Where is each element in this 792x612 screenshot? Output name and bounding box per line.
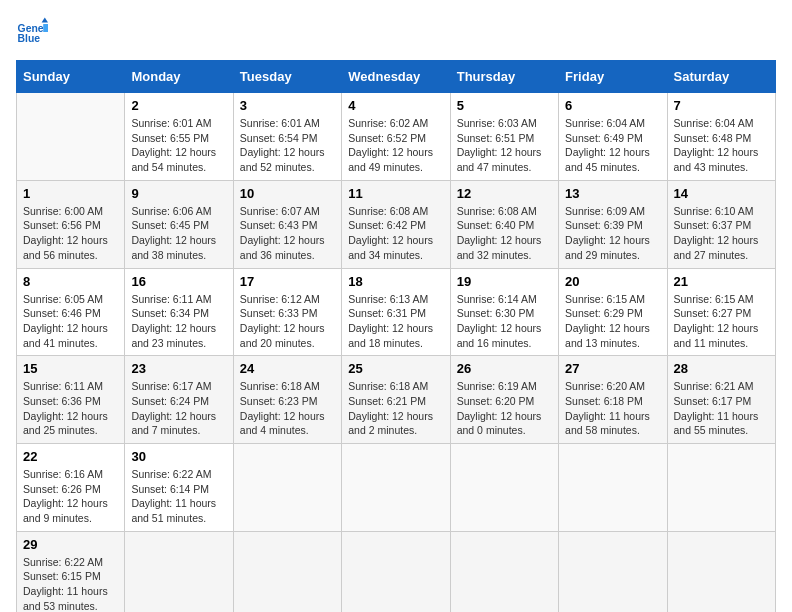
calendar-cell: 15 Sunrise: 6:11 AM Sunset: 6:36 PM Dayl… <box>17 356 125 444</box>
weekday-header-wednesday: Wednesday <box>342 61 450 93</box>
day-info: Sunrise: 6:02 AM Sunset: 6:52 PM Dayligh… <box>348 116 443 175</box>
calendar-week-4: 15 Sunrise: 6:11 AM Sunset: 6:36 PM Dayl… <box>17 356 776 444</box>
calendar-cell: 20 Sunrise: 6:15 AM Sunset: 6:29 PM Dayl… <box>559 268 667 356</box>
day-info: Sunrise: 6:13 AM Sunset: 6:31 PM Dayligh… <box>348 292 443 351</box>
day-number: 15 <box>23 361 118 376</box>
day-info: Sunrise: 6:08 AM Sunset: 6:42 PM Dayligh… <box>348 204 443 263</box>
calendar-cell: 11 Sunrise: 6:08 AM Sunset: 6:42 PM Dayl… <box>342 180 450 268</box>
day-info: Sunrise: 6:09 AM Sunset: 6:39 PM Dayligh… <box>565 204 660 263</box>
calendar-cell: 23 Sunrise: 6:17 AM Sunset: 6:24 PM Dayl… <box>125 356 233 444</box>
calendar-week-2: 1 Sunrise: 6:00 AM Sunset: 6:56 PM Dayli… <box>17 180 776 268</box>
day-number: 14 <box>674 186 769 201</box>
day-info: Sunrise: 6:20 AM Sunset: 6:18 PM Dayligh… <box>565 379 660 438</box>
calendar-cell: 14 Sunrise: 6:10 AM Sunset: 6:37 PM Dayl… <box>667 180 775 268</box>
calendar-cell: 8 Sunrise: 6:05 AM Sunset: 6:46 PM Dayli… <box>17 268 125 356</box>
calendar-cell <box>342 444 450 532</box>
day-number: 20 <box>565 274 660 289</box>
svg-text:Blue: Blue <box>18 33 41 44</box>
day-number: 8 <box>23 274 118 289</box>
day-number: 27 <box>565 361 660 376</box>
calendar-week-5: 22 Sunrise: 6:16 AM Sunset: 6:26 PM Dayl… <box>17 444 776 532</box>
svg-marker-2 <box>42 18 48 23</box>
day-info: Sunrise: 6:01 AM Sunset: 6:54 PM Dayligh… <box>240 116 335 175</box>
calendar-cell: 12 Sunrise: 6:08 AM Sunset: 6:40 PM Dayl… <box>450 180 558 268</box>
day-number: 1 <box>23 186 118 201</box>
calendar-cell: 24 Sunrise: 6:18 AM Sunset: 6:23 PM Dayl… <box>233 356 341 444</box>
calendar-cell <box>667 444 775 532</box>
day-info: Sunrise: 6:18 AM Sunset: 6:23 PM Dayligh… <box>240 379 335 438</box>
svg-marker-3 <box>43 24 48 32</box>
day-number: 25 <box>348 361 443 376</box>
day-info: Sunrise: 6:04 AM Sunset: 6:48 PM Dayligh… <box>674 116 769 175</box>
calendar-cell: 30 Sunrise: 6:22 AM Sunset: 6:14 PM Dayl… <box>125 444 233 532</box>
day-info: Sunrise: 6:01 AM Sunset: 6:55 PM Dayligh… <box>131 116 226 175</box>
weekday-header-row: SundayMondayTuesdayWednesdayThursdayFrid… <box>17 61 776 93</box>
calendar-cell <box>559 531 667 612</box>
day-number: 24 <box>240 361 335 376</box>
calendar-body: 2 Sunrise: 6:01 AM Sunset: 6:55 PM Dayli… <box>17 93 776 613</box>
day-number: 4 <box>348 98 443 113</box>
day-number: 23 <box>131 361 226 376</box>
day-number: 2 <box>131 98 226 113</box>
calendar-cell: 17 Sunrise: 6:12 AM Sunset: 6:33 PM Dayl… <box>233 268 341 356</box>
day-info: Sunrise: 6:21 AM Sunset: 6:17 PM Dayligh… <box>674 379 769 438</box>
calendar-cell: 13 Sunrise: 6:09 AM Sunset: 6:39 PM Dayl… <box>559 180 667 268</box>
day-number: 21 <box>674 274 769 289</box>
day-info: Sunrise: 6:12 AM Sunset: 6:33 PM Dayligh… <box>240 292 335 351</box>
calendar-cell <box>342 531 450 612</box>
calendar-cell <box>17 93 125 181</box>
day-info: Sunrise: 6:05 AM Sunset: 6:46 PM Dayligh… <box>23 292 118 351</box>
calendar-cell: 6 Sunrise: 6:04 AM Sunset: 6:49 PM Dayli… <box>559 93 667 181</box>
calendar-cell: 27 Sunrise: 6:20 AM Sunset: 6:18 PM Dayl… <box>559 356 667 444</box>
calendar-cell <box>125 531 233 612</box>
calendar-week-1: 2 Sunrise: 6:01 AM Sunset: 6:55 PM Dayli… <box>17 93 776 181</box>
day-info: Sunrise: 6:11 AM Sunset: 6:34 PM Dayligh… <box>131 292 226 351</box>
weekday-header-sunday: Sunday <box>17 61 125 93</box>
day-info: Sunrise: 6:19 AM Sunset: 6:20 PM Dayligh… <box>457 379 552 438</box>
day-number: 13 <box>565 186 660 201</box>
weekday-header-monday: Monday <box>125 61 233 93</box>
day-info: Sunrise: 6:11 AM Sunset: 6:36 PM Dayligh… <box>23 379 118 438</box>
weekday-header-thursday: Thursday <box>450 61 558 93</box>
day-info: Sunrise: 6:22 AM Sunset: 6:14 PM Dayligh… <box>131 467 226 526</box>
day-info: Sunrise: 6:18 AM Sunset: 6:21 PM Dayligh… <box>348 379 443 438</box>
day-info: Sunrise: 6:14 AM Sunset: 6:30 PM Dayligh… <box>457 292 552 351</box>
calendar-cell <box>233 531 341 612</box>
calendar-week-6: 29 Sunrise: 6:22 AM Sunset: 6:15 PM Dayl… <box>17 531 776 612</box>
day-number: 7 <box>674 98 769 113</box>
calendar-cell <box>450 531 558 612</box>
calendar-cell: 10 Sunrise: 6:07 AM Sunset: 6:43 PM Dayl… <box>233 180 341 268</box>
logo: General Blue <box>16 16 48 48</box>
day-number: 16 <box>131 274 226 289</box>
day-number: 5 <box>457 98 552 113</box>
calendar-cell: 1 Sunrise: 6:00 AM Sunset: 6:56 PM Dayli… <box>17 180 125 268</box>
calendar-cell: 22 Sunrise: 6:16 AM Sunset: 6:26 PM Dayl… <box>17 444 125 532</box>
day-number: 26 <box>457 361 552 376</box>
calendar-cell: 26 Sunrise: 6:19 AM Sunset: 6:20 PM Dayl… <box>450 356 558 444</box>
day-info: Sunrise: 6:15 AM Sunset: 6:29 PM Dayligh… <box>565 292 660 351</box>
calendar-cell: 18 Sunrise: 6:13 AM Sunset: 6:31 PM Dayl… <box>342 268 450 356</box>
day-number: 28 <box>674 361 769 376</box>
calendar-cell: 19 Sunrise: 6:14 AM Sunset: 6:30 PM Dayl… <box>450 268 558 356</box>
day-number: 22 <box>23 449 118 464</box>
day-number: 17 <box>240 274 335 289</box>
calendar-cell: 7 Sunrise: 6:04 AM Sunset: 6:48 PM Dayli… <box>667 93 775 181</box>
day-info: Sunrise: 6:07 AM Sunset: 6:43 PM Dayligh… <box>240 204 335 263</box>
weekday-header-saturday: Saturday <box>667 61 775 93</box>
day-info: Sunrise: 6:22 AM Sunset: 6:15 PM Dayligh… <box>23 555 118 612</box>
calendar-cell <box>559 444 667 532</box>
calendar-cell: 29 Sunrise: 6:22 AM Sunset: 6:15 PM Dayl… <box>17 531 125 612</box>
weekday-header-friday: Friday <box>559 61 667 93</box>
calendar-cell: 3 Sunrise: 6:01 AM Sunset: 6:54 PM Dayli… <box>233 93 341 181</box>
calendar-week-3: 8 Sunrise: 6:05 AM Sunset: 6:46 PM Dayli… <box>17 268 776 356</box>
day-number: 30 <box>131 449 226 464</box>
calendar-cell: 16 Sunrise: 6:11 AM Sunset: 6:34 PM Dayl… <box>125 268 233 356</box>
logo-icon: General Blue <box>16 16 48 48</box>
page-header: General Blue <box>16 16 776 48</box>
day-number: 12 <box>457 186 552 201</box>
day-number: 6 <box>565 98 660 113</box>
day-info: Sunrise: 6:08 AM Sunset: 6:40 PM Dayligh… <box>457 204 552 263</box>
calendar-table: SundayMondayTuesdayWednesdayThursdayFrid… <box>16 60 776 612</box>
day-number: 29 <box>23 537 118 552</box>
day-info: Sunrise: 6:17 AM Sunset: 6:24 PM Dayligh… <box>131 379 226 438</box>
